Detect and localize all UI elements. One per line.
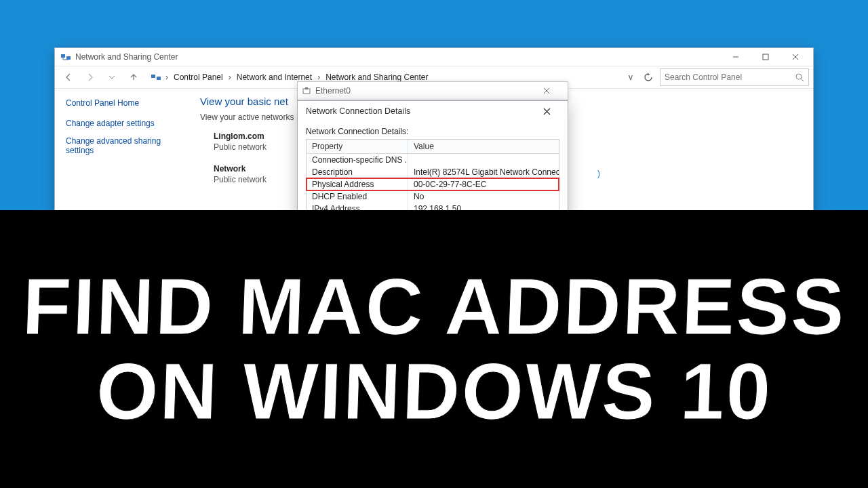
property-cell: Connection-specific DNS ...: [307, 154, 408, 166]
value-cell: 00-0C-29-77-8C-EC: [408, 178, 559, 190]
banner-line-1: Find MAC address: [21, 264, 848, 349]
close-button[interactable]: [543, 108, 564, 115]
up-button[interactable]: [124, 68, 143, 87]
close-button[interactable]: [781, 48, 810, 66]
control-panel-home-link[interactable]: Control Panel Home: [66, 98, 180, 108]
svg-rect-3: [763, 54, 768, 60]
svg-rect-11: [305, 87, 308, 89]
network-center-icon: [60, 52, 71, 62]
col-value[interactable]: Value: [408, 140, 559, 153]
banner-line-2: on Windows 10: [95, 349, 774, 434]
table-row[interactable]: DHCP EnabledNo: [307, 190, 559, 203]
value-cell: Intel(R) 82574L Gigabit Network Connecti…: [408, 166, 559, 178]
col-property[interactable]: Property: [307, 140, 408, 153]
property-cell: Physical Address: [307, 178, 408, 190]
search-icon: [795, 73, 804, 82]
recent-locations-button[interactable]: [102, 68, 121, 87]
search-input[interactable]: [665, 73, 791, 82]
ethernet-icon: [302, 86, 311, 96]
table-row[interactable]: Physical Address00-0C-29-77-8C-EC: [307, 178, 559, 190]
table-header: Property Value: [307, 140, 559, 154]
chevron-right-icon: ›: [227, 73, 233, 82]
close-button[interactable]: [543, 87, 564, 94]
svg-rect-10: [303, 89, 310, 94]
link-fragment[interactable]: ): [597, 169, 600, 178]
maximize-button[interactable]: [751, 48, 781, 66]
svg-line-9: [801, 79, 804, 81]
property-cell: Description: [307, 166, 408, 178]
chevron-down-icon[interactable]: v: [625, 73, 637, 82]
refresh-button[interactable]: [639, 68, 657, 86]
overlay-banner: Find MAC address on Windows 10: [0, 210, 868, 488]
chevron-right-icon: ›: [164, 73, 170, 82]
dialog-title: Network Connection Details: [306, 106, 410, 116]
network-name: Linglom.com: [214, 131, 264, 141]
table-row[interactable]: DescriptionIntel(R) 82574L Gigabit Netwo…: [307, 166, 559, 178]
window-title: Network and Sharing Center: [75, 52, 178, 62]
window-titlebar[interactable]: Network and Sharing Center: [55, 48, 813, 66]
ethernet-status-title: Ethernet0: [315, 86, 351, 96]
ethernet-status-window[interactable]: Ethernet0: [297, 81, 568, 100]
minimize-button[interactable]: [721, 48, 751, 66]
chevron-right-icon: ›: [316, 73, 321, 82]
svg-rect-0: [61, 54, 65, 58]
network-center-icon: [151, 72, 161, 83]
breadcrumb-part[interactable]: Control Panel: [172, 71, 224, 83]
dialog-titlebar[interactable]: Network Connection Details: [298, 101, 568, 121]
svg-point-8: [796, 74, 802, 79]
change-advanced-sharing-link[interactable]: Change advanced sharing settings: [66, 136, 180, 155]
details-label: Network Connection Details:: [306, 127, 559, 136]
change-adapter-settings-link[interactable]: Change adapter settings: [66, 119, 180, 128]
back-button[interactable]: [59, 68, 78, 87]
svg-rect-6: [151, 75, 155, 78]
search-box[interactable]: [660, 68, 809, 86]
value-cell: No: [408, 190, 559, 203]
table-row[interactable]: Connection-specific DNS ...: [307, 154, 559, 166]
forward-button[interactable]: [81, 68, 100, 87]
value-cell: [408, 154, 559, 166]
svg-rect-7: [157, 77, 161, 80]
network-name: Network: [214, 164, 245, 174]
property-cell: DHCP Enabled: [307, 190, 408, 203]
